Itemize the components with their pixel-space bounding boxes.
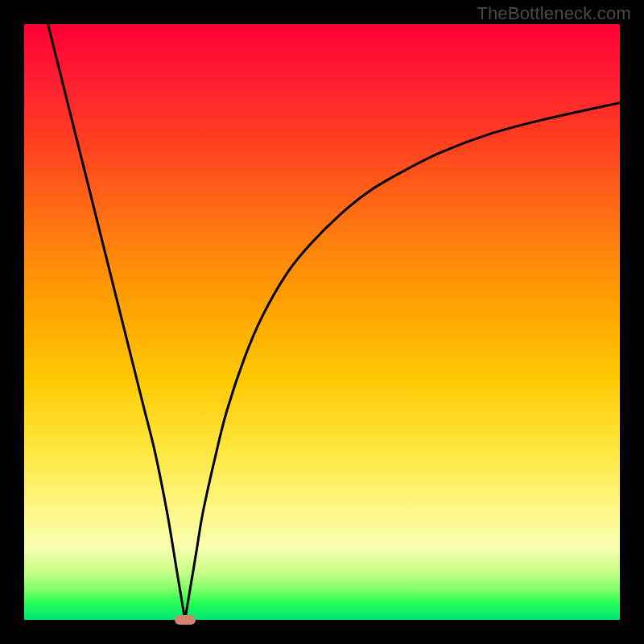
curve-svg xyxy=(24,24,620,620)
chart-frame: TheBottleneck.com xyxy=(0,0,644,644)
bottleneck-marker xyxy=(175,615,196,625)
curve-right-branch xyxy=(185,103,620,620)
plot-area xyxy=(24,24,620,620)
watermark-text: TheBottleneck.com xyxy=(477,3,631,24)
curve-left-branch xyxy=(48,24,185,620)
